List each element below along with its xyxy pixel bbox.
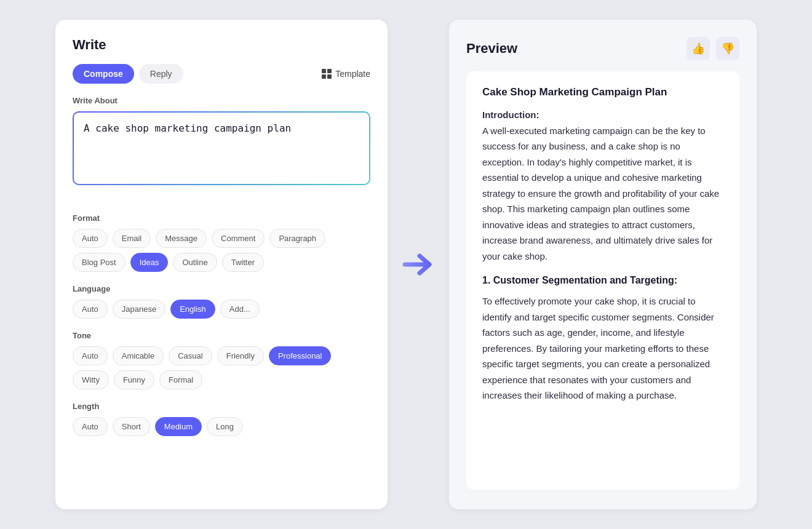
format-section: Format AutoEmailMessageCommentParagraphB… (73, 213, 370, 272)
language-section: Language AutoJapaneseEnglishAdd... (73, 284, 370, 319)
tag-medium[interactable]: Medium (155, 417, 202, 436)
tag-friendly[interactable]: Friendly (217, 346, 264, 365)
tag-email[interactable]: Email (113, 229, 151, 248)
section1-heading: 1. Customer Segmentation and Targeting: (482, 275, 723, 286)
format-label: Format (73, 213, 370, 223)
compose-button[interactable]: Compose (73, 64, 134, 84)
arrow-icon (402, 251, 434, 278)
tag-amicable[interactable]: Amicable (113, 346, 164, 365)
content-heading: Cake Shop Marketing Campaign Plan (482, 86, 723, 98)
tag-casual[interactable]: Casual (169, 346, 212, 365)
tag-outline[interactable]: Outline (173, 253, 217, 272)
tag-comment[interactable]: Comment (212, 229, 265, 248)
write-title: Write (73, 37, 370, 53)
tag-funny[interactable]: Funny (114, 370, 154, 389)
tone-section: Tone AutoAmicableCasualFriendlyProfessio… (73, 331, 370, 389)
tag-japanese[interactable]: Japanese (113, 300, 165, 319)
write-about-input[interactable] (73, 111, 370, 185)
language-tags: AutoJapaneseEnglishAdd... (73, 300, 370, 319)
tag-paragraph[interactable]: Paragraph (269, 229, 325, 248)
tag-add---[interactable]: Add... (220, 300, 260, 319)
tone-tags: AutoAmicableCasualFriendlyProfessionalWi… (73, 346, 370, 389)
length-tags: AutoShortMediumLong (73, 417, 370, 436)
intro-heading: Introduction: (482, 109, 539, 120)
length-section: Length AutoShortMediumLong (73, 402, 370, 436)
top-bar: Compose Reply Template (73, 64, 370, 84)
write-about-label: Write About (73, 96, 370, 105)
preview-content: Cake Shop Marketing Campaign Plan Introd… (466, 71, 739, 490)
tag-auto[interactable]: Auto (73, 417, 108, 436)
tag-professional[interactable]: Professional (269, 346, 332, 365)
tag-ideas[interactable]: Ideas (130, 253, 169, 272)
tag-formal[interactable]: Formal (159, 370, 202, 389)
tone-label: Tone (73, 331, 370, 340)
preview-header: Preview 👍 👎 (466, 37, 739, 60)
format-tags: AutoEmailMessageCommentParagraphBlog Pos… (73, 229, 370, 272)
arrow-container (400, 251, 437, 278)
tag-blog-post[interactable]: Blog Post (73, 253, 125, 272)
language-label: Language (73, 284, 370, 293)
tag-long[interactable]: Long (207, 417, 243, 436)
intro-text: A well-executed marketing campaign can b… (482, 125, 719, 261)
tag-short[interactable]: Short (113, 417, 150, 436)
tag-auto[interactable]: Auto (73, 346, 108, 365)
preview-title: Preview (466, 41, 517, 57)
tag-auto[interactable]: Auto (73, 300, 108, 319)
tag-witty[interactable]: Witty (73, 370, 109, 389)
tag-message[interactable]: Message (156, 229, 207, 248)
tag-auto[interactable]: Auto (73, 229, 108, 248)
template-button[interactable]: Template (322, 69, 370, 79)
tag-twitter[interactable]: Twitter (222, 253, 264, 272)
feedback-buttons: 👍 👎 (687, 37, 739, 60)
compose-reply-group: Compose Reply (73, 64, 183, 84)
template-icon (322, 69, 332, 79)
length-label: Length (73, 402, 370, 411)
reply-button[interactable]: Reply (139, 64, 183, 84)
preview-panel: Preview 👍 👎 Cake Shop Marketing Campaign… (449, 20, 757, 509)
thumbup-button[interactable]: 👍 (687, 37, 710, 60)
thumbup-icon: 👍 (691, 42, 705, 55)
write-panel: Write Compose Reply Template Write About… (55, 20, 388, 509)
tag-english[interactable]: English (170, 300, 215, 319)
app-container: Write Compose Reply Template Write About… (55, 20, 757, 509)
write-about-section: Write About (73, 96, 370, 201)
thumbdown-icon: 👎 (721, 42, 734, 55)
thumbdown-button[interactable]: 👎 (716, 37, 739, 60)
section1-text: To effectively promote your cake shop, i… (482, 293, 723, 404)
